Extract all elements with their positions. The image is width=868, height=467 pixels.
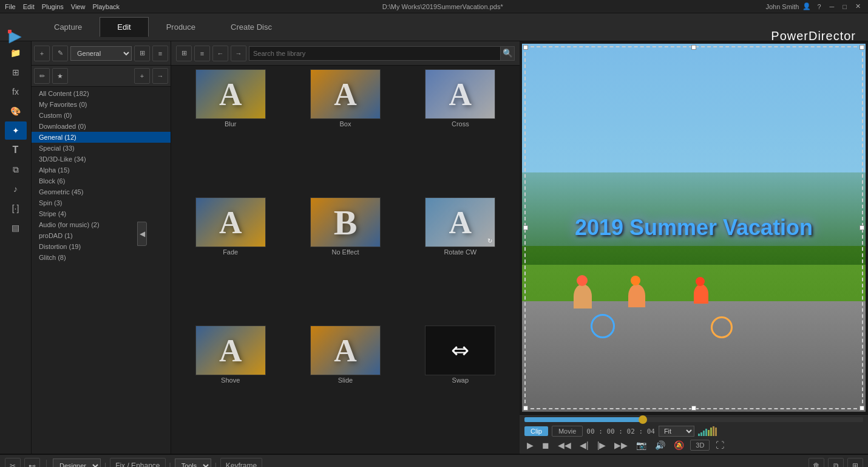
lib-tab-arrow[interactable]: → <box>152 68 168 84</box>
lib-category-15[interactable]: Glitch (8) <box>32 252 171 263</box>
help-btn[interactable]: ? <box>815 3 823 10</box>
tl-split-btn[interactable]: ✂ <box>5 458 21 468</box>
tl-paste-btn[interactable]: ⊞ <box>847 458 863 468</box>
transition-slide[interactable]: A Slide <box>288 324 402 451</box>
lib-category-7[interactable]: Alpha (15) <box>32 165 171 176</box>
lib-category-9[interactable]: Geometric (45) <box>32 186 171 197</box>
tools-dropdown[interactable]: Tools <box>175 458 211 468</box>
transitions-btn[interactable]: ✦ <box>5 121 27 140</box>
grid-view-btn[interactable]: ⊞ <box>176 46 192 61</box>
titles-btn[interactable]: T <box>5 141 27 159</box>
lib-add-btn[interactable]: + <box>34 46 50 61</box>
tab-capture[interactable]: Capture <box>36 17 100 37</box>
audio-btn2[interactable]: 🔊 <box>653 439 668 451</box>
lib-category-12[interactable]: Audio (for music) (2) <box>32 219 171 230</box>
tab-produce[interactable]: Produce <box>149 17 213 37</box>
app-logo-icon <box>6 28 33 55</box>
menu-view[interactable]: View <box>71 3 86 10</box>
lib-list-view-btn[interactable]: ≡ <box>152 46 168 61</box>
transition-box[interactable]: A Box <box>288 68 402 195</box>
keyframe-btn[interactable]: Keyframe <box>220 458 262 468</box>
next-frame-btn[interactable]: |▶ <box>595 439 609 451</box>
minimize-btn[interactable]: ─ <box>827 3 837 10</box>
transition-cross[interactable]: A Cross <box>404 68 517 195</box>
video-scene: 2019 Summer Vacation <box>522 44 866 412</box>
library-list: All Content (182)My Favorites (0)Custom … <box>32 87 171 454</box>
lib-category-6[interactable]: 3D/3D-Like (34) <box>32 154 171 165</box>
effects-btn[interactable]: fx <box>5 83 27 101</box>
lib-category-11[interactable]: Stripe (4) <box>32 208 171 219</box>
tl-magnet-btn[interactable]: ⊷ <box>24 458 40 468</box>
timeline-toolbar: ✂ ⊷ Designer | Fix / Enhance | Tools | K… <box>0 455 868 467</box>
fast-forward-btn[interactable]: ▶▶ <box>612 439 630 451</box>
lib-category-dropdown[interactable]: General <box>70 46 132 61</box>
lib-category-8[interactable]: Block (6) <box>32 176 171 186</box>
playback-thumb[interactable] <box>639 415 647 424</box>
lib-tab-star[interactable]: ★ <box>52 68 68 84</box>
pip-btn[interactable]: ⧉ <box>5 160 27 179</box>
mute-btn[interactable]: 🔕 <box>671 439 687 451</box>
search-input[interactable] <box>249 46 500 61</box>
lib-tab-add2[interactable]: + <box>134 68 150 84</box>
transition-swap[interactable]: ⇔ Swap <box>404 324 517 451</box>
tl-copy-btn[interactable]: ⧉ <box>828 458 844 468</box>
chapter-btn[interactable]: [·] <box>5 199 27 217</box>
tl-delete-btn[interactable]: 🗑 <box>809 458 824 468</box>
snapshot-btn[interactable]: 📷 <box>634 439 649 451</box>
menu-plugins[interactable]: Plugins <box>42 3 64 10</box>
video-title-overlay: 2019 Summer Vacation <box>575 215 813 240</box>
lib-category-1[interactable]: My Favorites (0) <box>32 99 171 110</box>
transition-blur[interactable]: A Blur <box>174 68 287 195</box>
transition-rotate-cw[interactable]: A↻ Rotate CW <box>404 196 517 323</box>
effect-3d-btn[interactable]: 3D <box>690 440 710 451</box>
transition-no-effect[interactable]: B No Effect <box>288 196 402 323</box>
next-btn[interactable]: → <box>231 46 246 61</box>
lib-grid-view-btn[interactable]: ⊞ <box>134 46 150 61</box>
subtitle-btn[interactable]: ▤ <box>5 219 27 237</box>
prev-frame-btn[interactable]: ◀| <box>577 439 591 451</box>
lib-category-3[interactable]: Downloaded (0) <box>32 121 171 132</box>
app-name: PowerDirector <box>771 29 856 43</box>
clip-btn[interactable]: Clip <box>524 426 548 436</box>
rewind-btn[interactable]: ◀◀ <box>555 439 574 451</box>
menu-edit[interactable]: Edit <box>23 3 35 10</box>
transition-fade[interactable]: A Fade <box>174 196 287 323</box>
lib-category-13[interactable]: proDAD (1) <box>32 230 171 241</box>
color-grading-btn[interactable]: 🎨 <box>5 102 27 120</box>
playback-bar[interactable] <box>524 417 863 422</box>
lib-category-2[interactable]: Custom (0) <box>32 110 171 121</box>
user-controls: John Smith 👤 ? ─ □ ✕ <box>765 2 863 10</box>
panel-collapse-btn[interactable]: ◀ <box>137 222 147 246</box>
lib-remove-btn[interactable]: ✎ <box>52 46 68 61</box>
lib-category-14[interactable]: Distortion (19) <box>32 241 171 252</box>
playback-progress <box>524 417 643 422</box>
clip-movie-row: Clip Movie 00 : 00 : 02 : 04 Fit 100% 50… <box>524 426 863 437</box>
list-view-btn[interactable]: ≡ <box>194 46 210 61</box>
lib-category-0[interactable]: All Content (182) <box>32 88 171 99</box>
lib-tab-pen[interactable]: ✏ <box>34 68 50 84</box>
fix-enhance-btn[interactable]: Fix / Enhance <box>110 458 165 468</box>
audio-btn[interactable]: ♪ <box>5 180 27 198</box>
menu-playback[interactable]: Playback <box>92 3 120 10</box>
lib-category-5[interactable]: Special (33) <box>32 143 171 154</box>
search-btn[interactable]: 🔍 <box>500 46 515 61</box>
fullscreen-btn[interactable]: ⛶ <box>713 439 727 451</box>
prev-btn[interactable]: ← <box>212 46 228 61</box>
lib-category-10[interactable]: Spin (3) <box>32 197 171 208</box>
lib-category-4[interactable]: General (12) <box>32 132 171 143</box>
movie-btn[interactable]: Movie <box>552 426 583 437</box>
top-menu-bar: File Edit Plugins View Playback D:\My Wo… <box>0 0 868 13</box>
transition-shove[interactable]: A Shove <box>174 324 287 451</box>
tab-edit[interactable]: Edit <box>100 17 148 37</box>
maximize-btn[interactable]: □ <box>840 3 849 10</box>
stop-btn[interactable]: ◼ <box>540 439 552 451</box>
timeline-btn[interactable]: ⊞ <box>5 63 27 81</box>
grid-toolbar: ⊞ ≡ ← → 🔍 <box>171 41 520 66</box>
transition-label-7: Slide <box>338 377 353 384</box>
designer-dropdown[interactable]: Designer <box>53 458 101 468</box>
tab-create-disc[interactable]: Create Disc <box>213 17 290 37</box>
close-btn[interactable]: ✕ <box>853 2 863 10</box>
menu-file[interactable]: File <box>5 3 16 10</box>
fit-dropdown[interactable]: Fit 100% 50% <box>659 426 694 437</box>
play-btn[interactable]: ▶ <box>524 439 536 451</box>
